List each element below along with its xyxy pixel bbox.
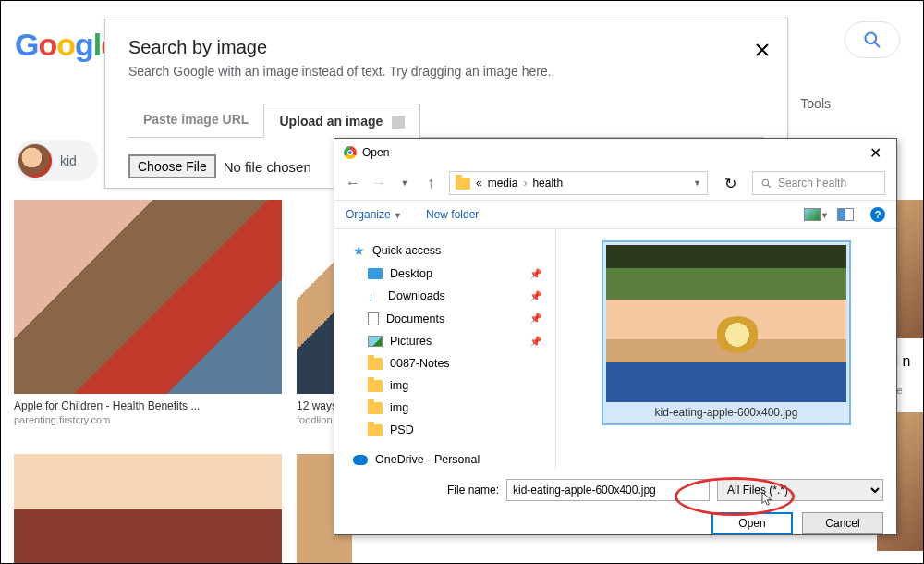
- tree-documents[interactable]: Documents📌: [334, 307, 555, 330]
- nav-back-button[interactable]: ←: [346, 176, 360, 190]
- tab-paste-url[interactable]: Paste image URL: [128, 103, 263, 137]
- nav-history-dropdown[interactable]: ▼: [397, 176, 412, 190]
- chip-label: kid: [60, 153, 77, 168]
- dialog-body: ★Quick access Desktop📌 Downloads📌 Docume…: [334, 229, 896, 470]
- dialog-close-button[interactable]: ✕: [864, 144, 887, 162]
- thumbnail-label: kid-eating-apple-600x400.jpg: [653, 402, 800, 421]
- pictures-icon: [368, 336, 383, 347]
- result-title: Apple for Children - Health Benefits ...: [14, 399, 282, 412]
- related-chip[interactable]: kid: [15, 140, 98, 181]
- no-file-label: No file chosen: [224, 159, 311, 175]
- tree-img1[interactable]: img: [334, 374, 555, 397]
- tree-downloads[interactable]: Downloads📌: [334, 285, 555, 307]
- svg-line-1: [875, 43, 880, 47]
- path-dropdown-icon[interactable]: ▼: [693, 178, 701, 188]
- tab-upload-label: Upload an image: [279, 114, 383, 129]
- dialog-toolbar: Organize ▼ New folder ▼ ?: [334, 200, 896, 229]
- folder-tree[interactable]: ★Quick access Desktop📌 Downloads📌 Docume…: [334, 229, 556, 470]
- result-tile[interactable]: [14, 454, 282, 564]
- star-icon: ★: [353, 243, 365, 258]
- close-button[interactable]: [754, 42, 771, 62]
- file-preview-pane: kid-eating-apple-600x400.jpg: [556, 229, 896, 470]
- folder-icon: [368, 402, 383, 414]
- tree-psd[interactable]: PSD: [334, 419, 555, 441]
- search-button[interactable]: [845, 21, 900, 58]
- nav-forward-button[interactable]: →: [371, 176, 386, 190]
- new-folder-button[interactable]: New folder: [426, 208, 479, 221]
- folder-icon: [368, 380, 383, 392]
- path-bar[interactable]: « media › health ▼: [449, 171, 708, 195]
- download-icon: [368, 289, 381, 302]
- folder-icon: [368, 424, 383, 436]
- result-source: parenting.firstcry.com: [14, 414, 282, 425]
- google-logo[interactable]: Google: [15, 27, 117, 63]
- cancel-button[interactable]: Cancel: [802, 512, 883, 534]
- chevron-right-icon: ›: [523, 177, 527, 190]
- path-prefix: «: [476, 177, 482, 190]
- sbi-title: Search by image: [128, 37, 764, 58]
- tree-quick-access[interactable]: ★Quick access: [334, 239, 555, 263]
- sbi-tabs: Paste image URL Upload an image: [128, 103, 764, 137]
- tools-link[interactable]: Tools: [800, 96, 831, 111]
- choose-file-button[interactable]: Choose File: [128, 154, 216, 178]
- result-thumb: [14, 200, 282, 394]
- chrome-icon: [344, 146, 357, 159]
- filename-row: File name: All Files (*.*): [347, 479, 883, 501]
- folder-icon: [368, 358, 383, 370]
- tree-desktop[interactable]: Desktop📌: [334, 263, 555, 285]
- nav-up-button[interactable]: ↑: [423, 176, 438, 190]
- view-preview-button[interactable]: [837, 208, 854, 221]
- file-filter-select[interactable]: All Files (*.*): [717, 479, 883, 501]
- pin-icon: 📌: [529, 313, 542, 325]
- result-tile[interactable]: Apple for Children - Health Benefits ...…: [14, 200, 282, 425]
- tab-upload-image[interactable]: Upload an image: [263, 104, 420, 138]
- dialog-title: Open: [362, 146, 389, 159]
- dialog-search-input[interactable]: Search health: [752, 171, 885, 195]
- path-seg[interactable]: health: [532, 177, 563, 190]
- svg-line-3: [768, 185, 771, 188]
- dialog-buttons: Open Cancel: [347, 512, 883, 534]
- dialog-bottom: File name: All Files (*.*) Open Cancel: [334, 470, 896, 544]
- close-icon: [754, 42, 771, 58]
- tree-pictures[interactable]: Pictures📌: [334, 330, 555, 352]
- folder-icon: [456, 178, 470, 190]
- search-placeholder: Search health: [778, 177, 846, 190]
- open-button[interactable]: Open: [711, 512, 793, 534]
- file-open-dialog: Open ✕ ← → ▼ ↑ « media › health ▼ ↻ Sear…: [334, 138, 897, 535]
- result-thumb: [14, 454, 282, 564]
- view-thumbnails-button[interactable]: ▼: [804, 208, 821, 221]
- pin-icon: 📌: [529, 268, 542, 280]
- file-thumbnail[interactable]: kid-eating-apple-600x400.jpg: [602, 240, 851, 425]
- dialog-nav: ← → ▼ ↑ « media › health ▼ ↻ Search heal…: [334, 166, 896, 200]
- pin-icon: 📌: [529, 336, 542, 348]
- image-results-row2: [14, 454, 352, 564]
- thumbnail-image: [606, 245, 846, 402]
- organize-menu[interactable]: Organize ▼: [346, 208, 402, 221]
- filename-input[interactable]: [506, 479, 710, 501]
- tree-onedrive[interactable]: OneDrive - Personal: [334, 448, 555, 470]
- help-icon[interactable]: [392, 116, 405, 129]
- filename-label: File name:: [447, 484, 499, 497]
- tree-img2[interactable]: img: [334, 397, 555, 419]
- document-icon: [368, 312, 379, 325]
- svg-point-2: [762, 179, 769, 186]
- cloud-icon: [353, 455, 368, 465]
- search-icon: [863, 31, 881, 49]
- pin-icon: 📌: [529, 290, 542, 302]
- help-button[interactable]: ?: [870, 207, 885, 222]
- sbi-subtitle: Search Google with an image instead of t…: [128, 64, 764, 79]
- path-seg[interactable]: media: [488, 177, 518, 190]
- search-icon: [760, 178, 772, 190]
- tree-notes[interactable]: 0087-Notes: [334, 352, 555, 374]
- dialog-titlebar: Open ✕: [334, 139, 896, 166]
- refresh-button[interactable]: ↻: [719, 172, 741, 194]
- chip-thumb: [18, 143, 53, 178]
- desktop-icon: [368, 268, 383, 279]
